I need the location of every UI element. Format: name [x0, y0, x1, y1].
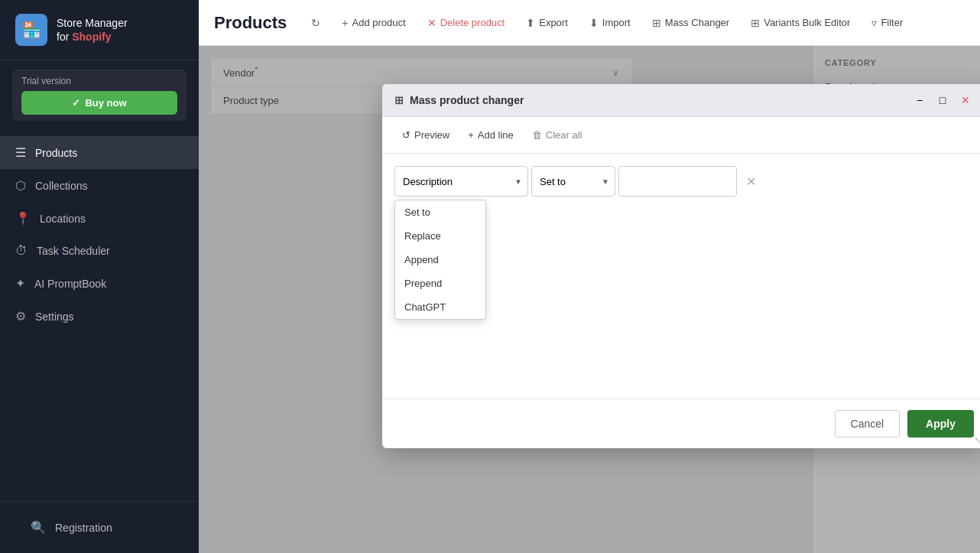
settings-icon: ⚙ [15, 309, 26, 324]
mass-changer-icon: ⊞ [652, 17, 661, 29]
field-select-wrapper: Description ▼ [394, 166, 528, 197]
export-button[interactable]: ⬆ Export [517, 11, 577, 34]
sidebar-item-settings[interactable]: ⚙ Settings [0, 300, 199, 333]
sidebar-item-products[interactable]: ☰ Products [0, 136, 199, 169]
sidebar-item-collections[interactable]: ⬡ Collections [0, 169, 199, 202]
cursor-indicator [449, 301, 458, 311]
sidebar-item-label: Registration [55, 522, 112, 534]
modal-close-button[interactable]: ✕ [957, 92, 974, 109]
buy-now-button[interactable]: ✓ Buy now [21, 91, 177, 115]
sidebar-item-label: Collections [35, 180, 87, 192]
modal-body: Description ▼ Set to ▼ ✕ Set to [382, 154, 980, 398]
add-icon: + [342, 17, 348, 29]
modal-maximize-button[interactable]: □ [934, 92, 951, 109]
registration-icon: 🔍 [31, 520, 46, 535]
modal-toolbar: ↺ Preview + Add line 🗑 Clear all [382, 117, 980, 154]
modal-footer: Cancel Apply ⤡ [382, 398, 980, 448]
sidebar-item-label: AI PromptBook [34, 278, 106, 290]
collections-icon: ⬡ [15, 178, 26, 193]
preview-button[interactable]: ↺ Preview [394, 125, 457, 145]
sidebar-item-task-scheduler[interactable]: ⏱ Task Scheduler [0, 235, 199, 267]
refresh-button[interactable]: ↻ [302, 11, 329, 34]
add-line-button[interactable]: + Add line [460, 125, 521, 145]
dropdown-item-chatgpt[interactable]: ChatGPT [395, 295, 485, 319]
apply-button[interactable]: Apply [907, 410, 974, 438]
sidebar-item-ai-promptbook[interactable]: ✦ AI PromptBook [0, 267, 199, 300]
operation-select-wrapper: Set to ▼ [531, 166, 615, 197]
bulk-editor-icon: ⊞ [751, 17, 760, 29]
sidebar-item-label: Task Scheduler [37, 245, 110, 257]
sidebar-item-label: Settings [35, 311, 74, 323]
sidebar-item-locations[interactable]: 📍 Locations [0, 202, 199, 235]
operation-select[interactable]: Set to [531, 166, 615, 197]
dropdown-item-replace[interactable]: Replace [395, 224, 485, 248]
preview-icon: ↺ [402, 129, 410, 141]
sidebar-item-label: Products [35, 147, 77, 159]
variants-bulk-editor-button[interactable]: ⊞ Variants Bulk Editor [741, 11, 859, 34]
trash-icon: 🗑 [532, 129, 542, 141]
sidebar: 🏪 Store Manager for Shopify Trial versio… [0, 0, 199, 553]
clear-all-button[interactable]: 🗑 Clear all [524, 125, 590, 145]
sidebar-logo: 🏪 Store Manager for Shopify [0, 0, 199, 60]
value-input[interactable] [618, 166, 737, 197]
task-scheduler-icon: ⏱ [15, 244, 28, 258]
delete-product-button[interactable]: ✕ Delete product [418, 11, 514, 34]
buy-icon: ✓ [72, 97, 80, 109]
trial-banner: Trial version ✓ Buy now [12, 70, 187, 121]
row-delete-button[interactable]: ✕ [740, 166, 761, 197]
refresh-icon: ↻ [311, 17, 320, 29]
modal-controls: − □ ✕ [911, 92, 974, 109]
export-icon: ⬆ [526, 17, 535, 29]
sidebar-bottom[interactable]: 🔍 Registration [0, 501, 199, 553]
dropdown-item-append[interactable]: Append [395, 248, 485, 272]
logo-text: Store Manager for Shopify [57, 16, 128, 44]
import-icon: ⬇ [589, 17, 599, 29]
dropdown-item-set-to[interactable]: Set to [395, 200, 485, 224]
import-button[interactable]: ⬇ Import [580, 11, 640, 34]
modal-header: ⊞ Mass product changer − □ ✕ [382, 84, 980, 117]
products-icon: ☰ [15, 145, 26, 160]
mass-changer-button[interactable]: ⊞ Mass Changer [643, 11, 739, 34]
locations-icon: 📍 [15, 211, 31, 226]
logo-icon: 🏪 [15, 14, 47, 46]
dropdown-item-prepend[interactable]: Prepend [395, 272, 485, 295]
operation-dropdown-popup: Set to Replace Append Prepend ChatGPT [394, 200, 486, 320]
field-row-1: Description ▼ Set to ▼ ✕ [394, 166, 974, 197]
field-type-select[interactable]: Description [394, 166, 528, 197]
topbar: Products ↻ + Add product ✕ Delete produc… [199, 0, 980, 46]
modal-title: Mass product changer [410, 94, 524, 106]
modal-title-row: ⊞ Mass product changer [394, 94, 524, 106]
delete-icon: ✕ [427, 17, 436, 29]
trial-label: Trial version [21, 76, 177, 86]
resize-handle-icon[interactable]: ⤡ [974, 434, 980, 447]
filter-button[interactable]: ▿ Filter [862, 11, 912, 34]
filter-icon: ▿ [871, 17, 877, 29]
ai-promptbook-icon: ✦ [15, 276, 25, 291]
mass-product-changer-modal: ⊞ Mass product changer − □ ✕ ↺ Preview +… [382, 84, 980, 448]
content-area: Vendor* ∨ Product type ∨ CATEGORY Snowbo… [199, 46, 980, 553]
add-product-button[interactable]: + Add product [333, 11, 414, 34]
add-line-icon: + [468, 129, 474, 141]
cancel-button[interactable]: Cancel [835, 410, 900, 438]
nav-items: ☰ Products ⬡ Collections 📍 Locations ⏱ T… [0, 130, 199, 501]
sidebar-item-label: Locations [40, 213, 86, 225]
modal-title-icon: ⊞ [394, 94, 404, 106]
sidebar-item-registration[interactable]: 🔍 Registration [15, 511, 183, 544]
main-area: Products ↻ + Add product ✕ Delete produc… [199, 0, 980, 553]
modal-minimize-button[interactable]: − [911, 92, 928, 109]
page-title: Products [214, 13, 287, 33]
brand-label: Shopify [72, 31, 111, 43]
